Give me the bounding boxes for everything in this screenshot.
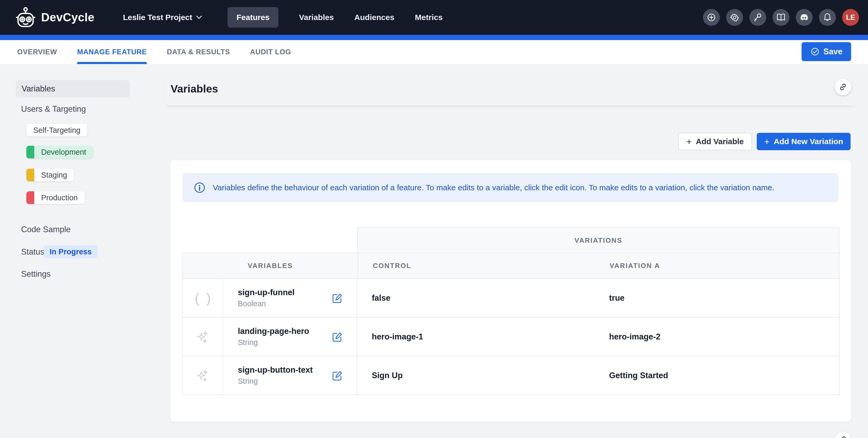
add-variable-label: Add Variable — [696, 137, 744, 146]
variable-type-cell: ( ) — [183, 279, 223, 317]
env-color-bar-staging — [26, 169, 34, 181]
env-label-production: Production — [34, 194, 85, 202]
edit-variable-button[interactable] — [332, 370, 343, 381]
env-pill-self-targeting[interactable]: Self-Targeting — [26, 124, 87, 136]
page-title: Variables — [170, 83, 218, 95]
nav-item-features[interactable]: Features — [227, 7, 278, 28]
plus-icon: + — [764, 137, 769, 146]
check-circle-icon — [810, 47, 820, 57]
sidebar-item-users-targeting[interactable]: Users & Targeting — [21, 104, 86, 114]
variable-name-cell: landing-page-hero String — [223, 317, 357, 356]
accent-bar — [0, 35, 868, 40]
top-navigation-bar: DevCycle Leslie Test Project Features Va… — [0, 0, 868, 35]
env-label-development: Development — [34, 148, 93, 157]
add-circle-icon[interactable] — [703, 9, 720, 26]
tab-data-results[interactable]: DATA & RESULTS — [167, 40, 230, 64]
discord-icon[interactable] — [796, 9, 813, 26]
env-color-bar-production — [26, 191, 34, 204]
info-banner-text: Variables define the behaviour of each v… — [213, 183, 774, 192]
project-name: Leslie Test Project — [123, 13, 192, 22]
table-row: sign-up-button-text String Sign Up Getti… — [183, 356, 839, 395]
sidebar-item-status[interactable]: Status — [21, 247, 44, 257]
bell-icon[interactable] — [819, 9, 836, 26]
devcycle-robot-icon — [15, 6, 36, 29]
control-value-cell: hero-image-1 — [357, 317, 595, 356]
variable-name-cell: sign-up-button-text String — [223, 356, 357, 395]
topbar-icon-cluster: LE — [703, 0, 859, 35]
table-header-row: VARIABLES CONTROL VARIATION A — [182, 253, 839, 279]
boolean-icon: ( ) — [193, 290, 212, 306]
variables-table-body: ( ) sign-up-funnel Boolean false true la… — [182, 279, 839, 395]
tab-audit-log[interactable]: AUDIT LOG — [250, 40, 291, 64]
env-color-bar-development — [26, 146, 34, 158]
variations-super-header: VARIATIONS — [357, 228, 839, 253]
column-header-variables: VARIABLES — [183, 253, 358, 278]
devcycle-app: DevCycle Leslie Test Project Features Va… — [0, 0, 868, 438]
edit-variable-button[interactable] — [332, 292, 343, 304]
link-icon — [839, 83, 847, 91]
gear-icon[interactable] — [726, 9, 743, 26]
add-new-variation-label: Add New Variation — [774, 137, 843, 146]
env-pill-development[interactable]: Development — [26, 146, 93, 158]
tab-manage-feature[interactable]: MANAGE FEATURE — [77, 40, 147, 64]
project-selector[interactable]: Leslie Test Project — [123, 13, 202, 22]
variable-type-cell — [183, 356, 223, 395]
variable-type-cell — [183, 317, 223, 356]
variable-name-cell: sign-up-funnel Boolean — [223, 279, 357, 317]
variation-a-value-cell: hero-image-2 — [595, 317, 839, 356]
control-value-cell: false — [357, 279, 595, 317]
link-icon — [839, 435, 847, 438]
brand-name: DevCycle — [41, 11, 94, 24]
column-header-variation-a[interactable]: VARIATION A — [595, 253, 839, 278]
nav-item-variables[interactable]: Variables — [299, 13, 334, 22]
add-variable-button[interactable]: + Add Variable — [678, 133, 752, 150]
table-row: ( ) sign-up-funnel Boolean false true — [183, 279, 839, 317]
save-button-label: Save — [824, 47, 842, 57]
devcycle-logo[interactable]: DevCycle — [15, 6, 94, 29]
nav-item-metrics[interactable]: Metrics — [415, 13, 443, 22]
env-label-self-targeting: Self-Targeting — [26, 126, 87, 135]
copy-link-button[interactable] — [835, 79, 851, 95]
column-header-control[interactable]: CONTROL — [358, 253, 595, 278]
edit-pencil-icon — [332, 370, 343, 381]
control-value-cell: Sign Up — [357, 356, 595, 395]
save-button[interactable]: Save — [802, 42, 851, 61]
info-banner: Variables define the behaviour of each v… — [183, 173, 838, 202]
sparkles-icon — [195, 329, 210, 344]
edit-pencil-icon — [332, 331, 343, 343]
primary-nav: Features Variables Audiences Metrics — [227, 7, 443, 28]
plus-icon: + — [686, 137, 692, 146]
chevron-down-icon — [196, 15, 202, 20]
env-label-staging: Staging — [34, 171, 74, 179]
tab-overview[interactable]: OVERVIEW — [17, 40, 57, 64]
edit-pencil-icon — [332, 292, 343, 304]
status-badge[interactable]: In Progress — [44, 245, 98, 258]
variation-a-value-cell: Getting Started — [595, 356, 839, 395]
add-new-variation-button[interactable]: + Add New Variation — [757, 133, 850, 150]
nav-item-audiences[interactable]: Audiences — [354, 13, 395, 22]
info-icon — [194, 182, 206, 194]
edit-variable-button[interactable] — [332, 331, 343, 343]
key-icon[interactable] — [749, 9, 766, 26]
variation-a-value-cell: true — [595, 279, 839, 317]
sidebar-item-variables-label: Variables — [22, 84, 55, 94]
feature-tab-bar: OVERVIEW MANAGE FEATURE DATA & RESULTS A… — [0, 40, 868, 64]
table-row: landing-page-hero String hero-image-1 he… — [183, 317, 839, 356]
user-avatar[interactable]: LE — [842, 9, 859, 26]
sparkles-icon — [195, 368, 210, 383]
env-pill-production[interactable]: Production — [26, 191, 85, 204]
sidebar-item-code-sample[interactable]: Code Sample — [21, 225, 71, 234]
sidebar-item-settings[interactable]: Settings — [21, 269, 51, 279]
copy-link-button-bottom[interactable] — [835, 431, 851, 438]
sidebar-item-variables[interactable]: Variables — [16, 80, 130, 98]
env-pill-staging[interactable]: Staging — [26, 169, 74, 181]
book-icon[interactable] — [773, 9, 789, 26]
section-header: Variables — [164, 72, 853, 105]
